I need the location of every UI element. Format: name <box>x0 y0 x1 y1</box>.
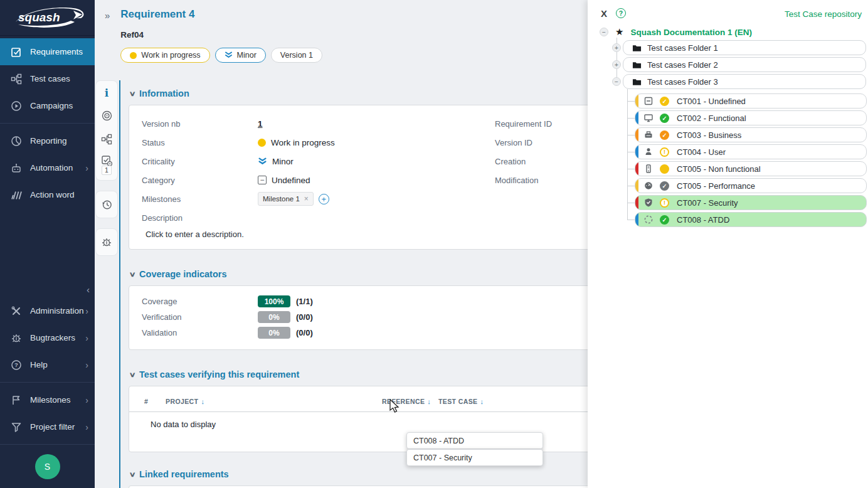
tree-item-ct002[interactable]: ✓ CT002 - Functional <box>627 110 867 125</box>
sort-down-icon: ↓ <box>480 398 484 405</box>
anchor-information-tab[interactable]: i <box>96 81 117 104</box>
drag-ghost-item: CT007 - Security <box>406 449 543 466</box>
milestone-chip-label: Milestone 1 <box>263 195 300 203</box>
importance-bar <box>635 196 638 210</box>
sidebar-item-label: Administration <box>30 306 84 316</box>
sidebar-item-campaigns[interactable]: Campaigns <box>0 92 95 119</box>
squash-logo[interactable]: squash <box>0 0 95 36</box>
collapse-toggle[interactable]: − <box>612 77 621 86</box>
criticality-minor-icon <box>258 157 267 166</box>
main-body: ∨ Information Version nb 1 Status Work i… <box>119 80 596 488</box>
anchor-coverage-tab[interactable] <box>96 104 117 127</box>
chevron-right-icon: › <box>85 360 88 370</box>
anchor-bugtracker-tab[interactable] <box>96 229 117 255</box>
title-block: Requirement 4 Ref04 Work in progress Min… <box>120 8 322 63</box>
tree-folder-label: Test cases Folder 1 <box>647 43 718 53</box>
criticality-value[interactable]: Minor <box>258 157 294 166</box>
sidebar-item-reporting[interactable]: Reporting <box>0 127 95 154</box>
tree-folder-label: Test cases Folder 3 <box>647 77 718 87</box>
tree-folder-1[interactable]: + Test cases Folder 1 <box>612 40 866 55</box>
tree-item-ct008[interactable]: ✓ CT008 - ATDD <box>627 212 867 227</box>
column-header-num: # <box>144 398 166 405</box>
anchor-history-tab[interactable] <box>96 191 117 218</box>
sidebar-item-action-word[interactable]: Action word <box>0 181 95 208</box>
sidebar-item-bugtrackers[interactable]: Bugtrackers › <box>0 324 95 351</box>
category-value[interactable]: − Undefined <box>258 176 310 185</box>
sidebar-divider <box>0 382 95 383</box>
help-icon: ? <box>11 359 22 371</box>
tree-item-ct005-performance[interactable]: ✓ CT005 - Performance <box>627 178 867 193</box>
tree-item-label: CT003 - Business <box>677 130 741 140</box>
tree-item-label: CT004 - User <box>677 147 726 157</box>
coverage-row: Validation 0% (0/0) <box>142 325 595 341</box>
chevron-down-icon: ∨ <box>129 371 135 379</box>
section-verifying-header[interactable]: ∨ Test cases verifying this requirement <box>130 369 596 379</box>
anchor-tree-tab[interactable] <box>96 127 117 151</box>
sidebar-divider <box>0 444 95 445</box>
add-milestone-button[interactable]: + <box>319 194 329 204</box>
version-badge: Version 1 <box>271 48 322 63</box>
tree-root-label[interactable]: Squash Documentation 1 (EN) <box>630 28 752 37</box>
sidebar-item-help[interactable]: ? Help › <box>0 351 95 378</box>
field-milestones: Milestones Milestone 1 × + <box>142 189 595 208</box>
column-header-test-case[interactable]: TEST CASE ↓ <box>438 398 484 405</box>
milestones-icon <box>11 395 22 406</box>
description-placeholder[interactable]: Click to enter a description. <box>146 230 595 239</box>
section-coverage-header[interactable]: ∨ Coverage indicators <box>130 269 596 279</box>
version-number-link[interactable]: 1 <box>258 119 263 129</box>
sidebar-item-administration[interactable]: Administration › <box>0 297 95 324</box>
sidebar-item-requirements[interactable]: Requirements <box>0 38 95 65</box>
section-information-header[interactable]: ∨ Information <box>130 88 596 98</box>
collapse-toggle[interactable]: − <box>600 28 608 36</box>
criticality-badge-label: Minor <box>237 51 257 60</box>
milestone-chip[interactable]: Milestone 1 × <box>258 192 314 206</box>
sidebar-item-test-cases[interactable]: Test cases <box>0 65 95 92</box>
coverage-percent-badge: 0% <box>258 327 290 339</box>
tree-item-label: CT007 - Security <box>677 198 738 208</box>
chevron-down-icon: ∨ <box>129 470 135 479</box>
test-case-tree: − ★ Squash Documentation 1 (EN) + Test c… <box>588 0 868 488</box>
column-header-project[interactable]: PROJECT ↓ <box>166 398 382 405</box>
tree-folder-3[interactable]: − Test cases Folder 3 <box>612 74 866 89</box>
column-header-reference[interactable]: REFERENCE ↓ <box>382 398 438 405</box>
bug-icon <box>101 236 112 248</box>
milestone-remove-icon[interactable]: × <box>304 194 309 203</box>
expand-toggle[interactable]: + <box>612 43 621 52</box>
expand-panel-icon[interactable]: » <box>105 10 110 21</box>
status-work-in-progress-icon <box>660 164 669 174</box>
sidebar-bottom: Administration › Bugtrackers › ? Help › … <box>0 297 95 488</box>
category-performance-icon <box>643 181 654 191</box>
tree-item-label: CT002 - Functional <box>677 114 746 123</box>
anchor-group-bugs <box>95 228 118 256</box>
sidebar-item-label: Action word <box>30 190 75 199</box>
anchor-group-main: i 1 <box>95 80 118 181</box>
tree-item-ct007[interactable]: ! CT007 - Security <box>627 195 867 210</box>
bugtrackers-icon <box>11 332 22 344</box>
sidebar-item-label: Reporting <box>30 136 67 146</box>
chevron-down-icon: ∨ <box>129 270 135 278</box>
tree-item-ct003[interactable]: ✓ CT003 - Business <box>627 127 867 142</box>
expand-toggle[interactable]: + <box>612 60 621 69</box>
tree-item-ct005-nonfunctional[interactable]: CT005 - Non functional <box>627 161 867 176</box>
tree-root-project[interactable]: − ★ Squash Documentation 1 (EN) <box>600 26 752 38</box>
description-label: Description <box>142 213 595 223</box>
sidebar-collapse-icon[interactable]: ‹ <box>87 284 90 295</box>
sidebar-item-project-filter[interactable]: Project filter › <box>0 413 95 440</box>
status-value[interactable]: Work in progress <box>258 138 335 147</box>
tree-folder-2[interactable]: + Test cases Folder 2 <box>612 57 866 72</box>
sort-down-icon: ↓ <box>427 398 431 405</box>
folder-icon <box>632 78 642 86</box>
sidebar-item-label: Automation <box>30 163 73 172</box>
sidebar-item-label: Milestones <box>30 395 71 405</box>
sidebar-item-milestones[interactable]: Milestones › <box>0 386 95 413</box>
sidebar-item-automation[interactable]: Automation › <box>0 154 95 181</box>
avatar[interactable]: S <box>35 454 60 479</box>
tree-item-ct001[interactable]: ✓ CT001 - Undefined <box>627 93 867 109</box>
main-panel: » Requirement 4 Ref04 Work in progress M… <box>95 0 596 488</box>
action-word-icon <box>11 189 22 201</box>
tree-folder-label: Test cases Folder 2 <box>647 60 718 70</box>
category-undefined-icon: − <box>258 176 267 184</box>
section-linked-header[interactable]: ∨ Linked requirements <box>130 469 596 479</box>
tree-item-ct004[interactable]: ! CT004 - User <box>627 144 867 159</box>
category-functional-icon <box>643 113 654 123</box>
